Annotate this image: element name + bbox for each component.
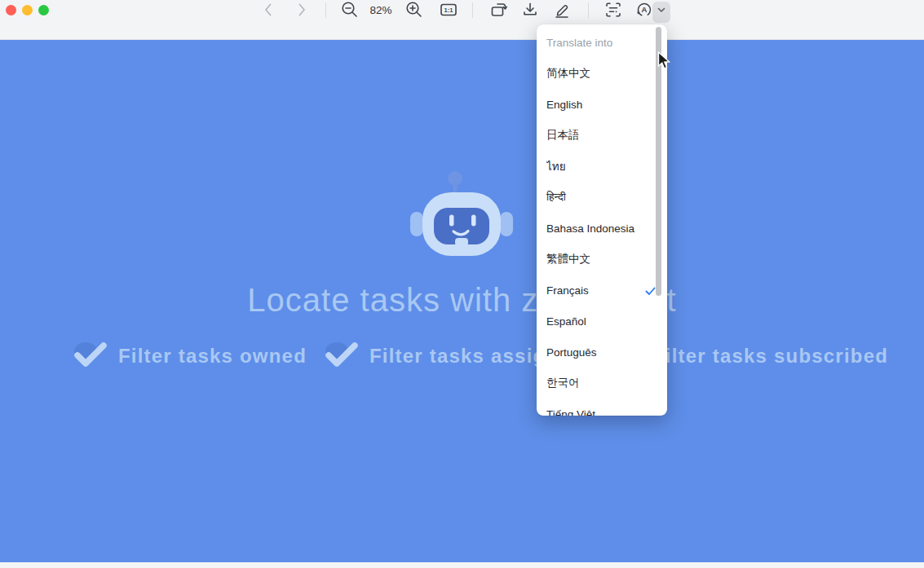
menu-item-zh-hant[interactable]: 繁體中文 (537, 244, 667, 275)
minimize-window-button[interactable] (22, 5, 33, 15)
zoom-out-button[interactable] (340, 0, 360, 20)
chevron-right-icon (293, 1, 311, 19)
close-window-button[interactable] (6, 5, 16, 15)
annotate-button[interactable] (552, 0, 572, 20)
menu-item-hindi[interactable]: हिन्दी (537, 182, 667, 213)
feature-item: Filter tasks owned (72, 341, 307, 372)
download-button[interactable] (520, 0, 540, 20)
menu-header: Translate into (537, 27, 667, 58)
zoom-out-icon (340, 0, 360, 20)
mouse-cursor (657, 51, 671, 74)
zoom-in-icon (405, 0, 424, 20)
chevron-down-icon (656, 4, 667, 15)
translate-button[interactable]: A (634, 0, 654, 20)
menu-item-korean[interactable]: 한국어 (537, 368, 667, 398)
app-window: 82% 1:1 (0, 0, 924, 568)
menu-item-zh-hans[interactable]: 简体中文 (537, 58, 667, 89)
zoom-level[interactable]: 82% (365, 0, 397, 20)
feature-label: Filter tasks subscribed (652, 345, 888, 368)
translate-menu-toggle[interactable] (654, 0, 669, 20)
check-icon (72, 341, 109, 372)
check-icon (323, 341, 360, 372)
auto-translate-icon: A (634, 0, 654, 20)
rotate-icon (489, 0, 509, 20)
ocr-button[interactable] (603, 0, 623, 20)
menu-item-portuguese[interactable]: Português (537, 337, 667, 368)
menu-item-vietnamese[interactable]: Tiếng Việt (537, 398, 667, 416)
page-bottom-gutter (0, 562, 924, 568)
menu-item-japanese[interactable]: 日本語 (537, 120, 667, 151)
selected-check-icon (645, 286, 656, 295)
menu-item-french[interactable]: Français (537, 275, 667, 306)
pencil-icon (552, 0, 572, 20)
actual-size-button[interactable]: 1:1 (439, 0, 458, 20)
title-toolbar: 82% 1:1 (0, 0, 924, 40)
zoom-in-button[interactable] (405, 0, 424, 20)
back-button[interactable] (259, 0, 278, 20)
forward-button[interactable] (292, 0, 312, 20)
menu-item-thai[interactable]: ไทย (537, 151, 667, 182)
svg-text:A: A (642, 5, 648, 14)
toolbar-divider (472, 2, 473, 18)
translate-language-menu: Translate into 简体中文 English 日本語 ไทย हिन्… (537, 24, 667, 416)
chevron-left-icon (259, 1, 277, 19)
download-icon (520, 0, 540, 20)
menu-item-indonesian[interactable]: Bahasa Indonesia (537, 213, 667, 244)
toolbar-divider (325, 2, 326, 18)
document-page: Locate tasks with zero effort Filter tas… (0, 40, 924, 562)
menu-item-english[interactable]: English (537, 89, 667, 120)
promo-headline: Locate tasks with zero effort (0, 282, 924, 319)
rotate-page-button[interactable] (489, 0, 509, 20)
menu-item-spanish[interactable]: Español (537, 306, 667, 337)
one-to-one-icon: 1:1 (439, 0, 458, 20)
svg-text:1:1: 1:1 (444, 7, 453, 14)
zoom-window-button[interactable] (38, 5, 49, 15)
feature-label: Filter tasks owned (118, 345, 307, 368)
toolbar-divider (588, 2, 589, 18)
robot-mascot-illustration (409, 163, 515, 272)
scan-text-icon (603, 0, 623, 20)
